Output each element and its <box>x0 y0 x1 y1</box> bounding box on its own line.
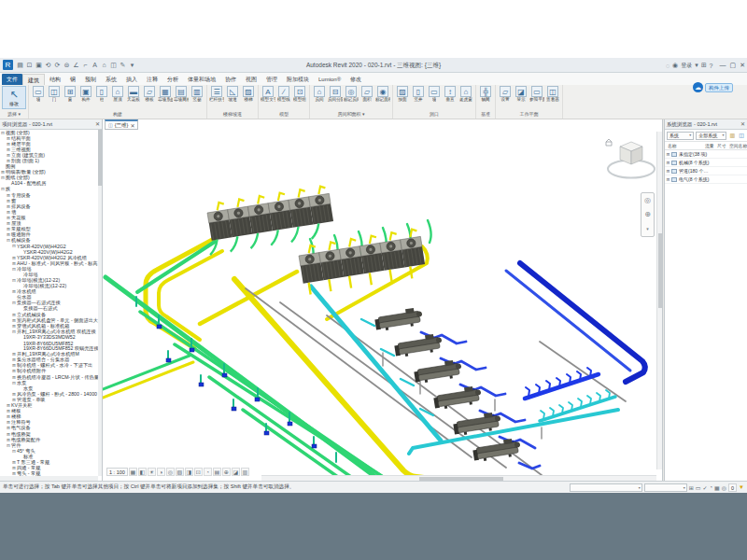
status-toggle-icon[interactable]: ◔ <box>709 484 712 491</box>
ribbon-tool[interactable]: ▯柱 <box>94 86 109 102</box>
canvas-vscrollbar[interactable] <box>656 132 662 469</box>
quick-access-icon[interactable]: ▾ <box>128 58 136 73</box>
view-filter-dropdown[interactable]: 系统▾ <box>667 132 694 140</box>
ribbon-tool[interactable]: ▣构件 <box>78 86 93 102</box>
quick-access-icon[interactable]: ∠ <box>72 58 80 73</box>
ribbon-tab[interactable]: 钢 <box>65 74 80 85</box>
close-icon[interactable]: ✕ <box>740 119 745 129</box>
row-expander-icon[interactable]: ⊞ <box>665 177 671 182</box>
sign-in-button[interactable]: 登录 <box>681 62 692 70</box>
ribbon-tool[interactable]: ▱楼板 <box>142 86 157 102</box>
status-toggle-icon[interactable]: ◎ <box>722 484 726 491</box>
ribbon-tool[interactable]: ╬轴网 <box>478 86 493 102</box>
ribbon-tool[interactable]: ▥竖梃 <box>190 86 204 102</box>
view-control-icon[interactable]: ◨ <box>185 468 193 476</box>
workset-dropdown[interactable]: ▾ <box>570 483 642 492</box>
ribbon-tool[interactable]: ◪显示 <box>514 86 529 102</box>
ribbon-tool[interactable]: ▦幕墙系统 <box>158 86 173 102</box>
system-row[interactable]: ⊞ 管道(180 个… <box>665 167 747 175</box>
ribbon-tool[interactable]: ▨按面 <box>395 86 410 102</box>
ribbon-tab[interactable]: 视图 <box>241 74 261 85</box>
view-control-icon[interactable]: ☀ <box>148 468 156 476</box>
view-control-icon[interactable]: ⊕ <box>222 468 231 476</box>
quick-access-icon[interactable]: ▤ <box>16 58 24 73</box>
ribbon-tool[interactable]: ◎标记房间 <box>344 86 359 102</box>
system-row[interactable]: ⊞ 未指定(38 项) <box>665 150 747 159</box>
modify-button[interactable]: ↖ 修改 <box>2 86 26 109</box>
tree-item[interactable]: ⊞ 制冷机组 - 螺杆式 - 水冷 - 下进下出 <box>0 363 98 369</box>
quick-access-icon[interactable]: ⌂ <box>100 58 108 73</box>
window-button[interactable]: — <box>720 62 726 69</box>
ribbon-tool[interactable]: ☰栏杆扶手 <box>209 86 224 102</box>
tree-item[interactable]: ⊞ AHU - 标准式 - 回风管板 - 卧式 - 标高 - 2000 - 10… <box>0 260 98 266</box>
ribbon-tab[interactable]: 插入 <box>121 74 142 85</box>
quick-access-icon[interactable]: ▣ <box>35 58 43 73</box>
navigation-bar[interactable]: ◎ ⊕ ▾ <box>641 192 655 237</box>
ribbon-tool[interactable]: ◉标记面积 <box>375 86 390 102</box>
window-button[interactable]: ▢ <box>730 62 737 69</box>
steering-wheel-icon[interactable]: ◎ <box>644 196 651 204</box>
tree-item[interactable]: ⊞ 换热机组冷凝器 - LRCM-片状 - 传热量 - 100-175 CM <box>0 374 98 380</box>
ribbon-tool[interactable]: ◫查看器 <box>545 86 560 102</box>
ribbon-tab[interactable]: 协作 <box>220 74 241 85</box>
ribbon-tab[interactable]: Lumion® <box>314 74 345 85</box>
view-control-icon[interactable]: ◎ <box>166 468 175 476</box>
project-browser-scrollbar[interactable] <box>98 130 102 476</box>
ribbon-tool[interactable]: ▭参照平面 <box>529 86 544 102</box>
ribbon-tab[interactable]: 结构 <box>45 74 65 85</box>
quick-access-icon[interactable]: ⌐ <box>81 58 90 73</box>
quick-access-icon[interactable]: ◫ <box>109 58 118 73</box>
ribbon-tool[interactable]: ⌂房间 <box>312 86 327 102</box>
ribbon-tab[interactable]: 修改 <box>345 74 366 85</box>
ribbon-tool[interactable]: ▨楼梯 <box>241 86 256 102</box>
ribbon-tool[interactable]: ⊟房间分隔 <box>328 86 343 102</box>
quick-access-icon[interactable]: ⟳ <box>53 58 62 73</box>
status-toggle-icon[interactable]: ▭ <box>696 484 701 491</box>
ribbon-tab[interactable]: 分析 <box>162 74 183 85</box>
search-icon[interactable]: ◌ <box>666 63 669 69</box>
view-control-icon[interactable]: ▧ <box>176 468 184 476</box>
view-control-icon[interactable]: ⊡ <box>194 468 203 476</box>
signin-caret-icon[interactable]: ▾ <box>695 62 698 69</box>
ribbon-tool[interactable]: ▬天花板 <box>126 86 141 102</box>
ribbon-tool[interactable]: ▯竖井 <box>411 86 426 102</box>
model-3d-view[interactable] <box>103 119 657 481</box>
view-control-icon[interactable]: ◔ <box>204 468 212 476</box>
ribbon-tool[interactable]: ▱面积 <box>359 86 374 102</box>
ribbon-tool[interactable]: ▭墙 <box>31 86 46 102</box>
view-control-icon[interactable]: ▦ <box>129 468 137 476</box>
discipline-filter-dropdown[interactable]: 全部系统▾ <box>696 132 726 140</box>
status-toggle-icon[interactable]: ⊞ <box>689 484 694 491</box>
navbar-caret-icon[interactable]: ▾ <box>646 225 649 233</box>
ribbon-tool[interactable]: A模型文字 <box>261 86 275 102</box>
quick-access-icon[interactable]: ⟲ <box>44 58 52 73</box>
tree-item[interactable]: ⊞ 风冷热泵 - 螺杆 - 卧式 - 2800 - 14000 kW <box>0 391 98 397</box>
quick-access-icon[interactable]: ⊡ <box>25 58 34 73</box>
view-control-icon[interactable]: ◑ <box>157 468 165 476</box>
view-tab-3d[interactable]: ◫ {三维} ✕ <box>105 119 138 130</box>
view-control-icon[interactable]: ◧ <box>138 468 147 476</box>
column-settings-icon[interactable]: ◫ <box>738 132 745 139</box>
exchange-apps-icon[interactable]: ⊞ <box>701 62 707 69</box>
ribbon-tool[interactable]: ▤幕墙网格 <box>174 86 189 102</box>
zoom-icon[interactable]: ⊕ <box>644 210 651 218</box>
view-tab-close-icon[interactable]: ✕ <box>130 122 134 129</box>
row-expander-icon[interactable]: ⊞ <box>665 152 671 157</box>
help-icon[interactable]: ? <box>710 63 713 69</box>
view-control-icon[interactable]: ▤ <box>213 468 221 476</box>
design-option-dropdown[interactable]: ▾ <box>644 483 687 492</box>
ribbon-tab[interactable]: 注释 <box>142 74 162 85</box>
ribbon-tab[interactable]: 系统 <box>101 74 121 85</box>
revit-logo-icon[interactable]: R <box>3 60 13 70</box>
scale-button[interactable]: 1 : 100 <box>106 468 128 476</box>
ribbon-tool[interactable]: ⊡模型组 <box>292 86 307 102</box>
view-control-icon[interactable]: ◪ <box>232 468 240 476</box>
row-expander-icon[interactable]: ⊞ <box>665 161 671 165</box>
ribbon-tool[interactable]: ⊞窗 <box>63 86 78 102</box>
quick-access-icon[interactable]: ⊜ <box>63 58 71 73</box>
filter-icon[interactable]: ▼ <box>739 484 744 490</box>
ribbon-tool[interactable]: ↕垂直 <box>443 86 458 102</box>
cloud-upload-plugin-button[interactable]: ☁ 构件上传 <box>693 82 733 92</box>
ribbon-tool[interactable]: ▱设置 <box>498 86 513 102</box>
ribbon-tab[interactable]: 体量和场地 <box>183 74 220 85</box>
